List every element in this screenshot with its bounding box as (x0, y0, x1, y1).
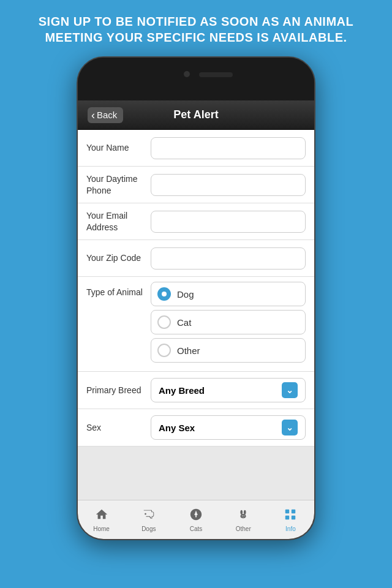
zip-label: Your Zip Code (86, 252, 151, 263)
tab-bar: Home Dogs Cats (78, 500, 314, 539)
animal-type-label: Type of Animal (86, 282, 151, 298)
radio-other-circle (157, 344, 171, 357)
phone-top-bar (78, 58, 314, 100)
radio-dog-label: Dog (177, 289, 194, 300)
info-grid-icon (283, 508, 298, 524)
radio-other[interactable]: Other (151, 338, 306, 363)
breed-label: Primary Breed (86, 385, 151, 396)
radio-cat-label: Cat (177, 317, 191, 328)
home-icon (94, 508, 109, 524)
radio-options: Dog Cat Other (151, 282, 306, 366)
svg-rect-6 (292, 509, 295, 513)
cat-icon (189, 508, 203, 524)
name-input[interactable] (151, 137, 306, 159)
sex-row: Sex Any Sex ⌄ (78, 409, 314, 447)
email-input[interactable] (151, 211, 306, 233)
breed-row: Primary Breed Any Breed ⌄ (78, 372, 314, 409)
speaker (199, 72, 233, 77)
back-chevron-icon: ‹ (91, 110, 95, 121)
sex-value: Any Sex (159, 423, 195, 433)
breed-arrow-icon: ⌄ (282, 382, 298, 398)
screen-content: Your Name Your Daytime Phone Your Email … (78, 130, 314, 500)
tab-info-label: Info (285, 526, 296, 532)
svg-rect-7 (285, 515, 289, 519)
phone-row: Your Daytime Phone (78, 167, 314, 203)
zip-input[interactable] (151, 247, 306, 270)
svg-point-2 (244, 510, 246, 514)
tab-home-label: Home (93, 526, 110, 532)
sex-arrow-icon: ⌄ (282, 420, 298, 435)
email-row: Your Email Address (78, 203, 314, 240)
radio-cat-circle (157, 315, 171, 329)
svg-rect-5 (285, 509, 289, 513)
phone-label: Your Daytime Phone (86, 173, 151, 195)
section-gap (78, 447, 314, 459)
sex-dropdown[interactable]: Any Sex ⌄ (151, 415, 306, 440)
camera (184, 71, 190, 77)
dog-icon (141, 508, 156, 524)
tab-other[interactable]: Other (220, 500, 267, 539)
back-label: Back (97, 110, 117, 120)
svg-point-4 (244, 515, 244, 516)
radio-dog-circle (157, 287, 171, 301)
breed-value: Any Breed (159, 385, 205, 396)
tab-dogs[interactable]: Dogs (125, 500, 172, 539)
tab-info[interactable]: Info (267, 500, 314, 539)
rabbit-icon (236, 508, 251, 524)
tab-dogs-label: Dogs (141, 526, 156, 532)
animal-type-row: Type of Animal Dog Cat Other (78, 277, 314, 372)
phone-input[interactable] (151, 174, 306, 196)
phone-frame: ‹ Back Pet Alert Your Name Your Daytime … (77, 56, 315, 540)
radio-other-label: Other (177, 345, 200, 356)
breed-dropdown[interactable]: Any Breed ⌄ (151, 378, 306, 402)
radio-cat[interactable]: Cat (151, 310, 306, 334)
tab-cats[interactable]: Cats (172, 500, 219, 539)
name-row: Your Name (78, 130, 314, 167)
nav-title: Pet Alert (173, 108, 218, 121)
tab-cats-label: Cats (190, 526, 203, 532)
top-text: SIGN UP TO BE NOTIFIED AS SOON AS AN ANI… (0, 0, 392, 56)
email-label: Your Email Address (86, 210, 151, 232)
tab-home[interactable]: Home (78, 500, 125, 539)
back-button[interactable]: ‹ Back (88, 107, 123, 123)
svg-point-1 (241, 510, 243, 514)
zip-row: Your Zip Code (78, 240, 314, 277)
name-label: Your Name (86, 142, 151, 153)
form-section: Your Name Your Daytime Phone Your Email … (78, 130, 314, 447)
svg-point-3 (242, 515, 243, 516)
tab-other-label: Other (236, 526, 251, 532)
nav-bar: ‹ Back Pet Alert (78, 100, 314, 130)
svg-rect-8 (292, 515, 295, 519)
radio-dog[interactable]: Dog (151, 282, 306, 306)
sex-label: Sex (86, 422, 151, 433)
